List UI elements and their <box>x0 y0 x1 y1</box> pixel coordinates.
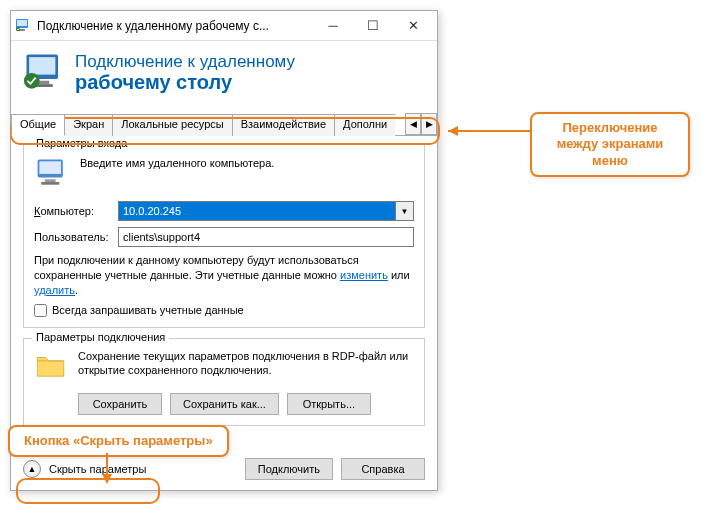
folder-icon <box>34 349 68 385</box>
annotation-hide-label: Кнопка «Скрыть параметры» <box>8 425 229 457</box>
collapse-options-button[interactable]: ▲ <box>23 460 41 478</box>
svg-rect-12 <box>41 182 59 185</box>
rdp-window: Подключение к удаленному рабочему с... ─… <box>10 10 438 491</box>
dialog-header: Подключение к удаленному рабочему столу <box>11 41 437 113</box>
connect-button[interactable]: Подключить <box>245 458 333 480</box>
tab-scroll-left-button[interactable]: ◀ <box>405 113 421 135</box>
annotation-tabs-label: Переключение между экранами меню <box>530 112 690 177</box>
user-label: Пользователь: <box>34 231 118 243</box>
login-prompt: Введите имя удаленного компьютера. <box>80 155 274 193</box>
save-as-button[interactable]: Сохранить как... <box>170 393 279 415</box>
open-button[interactable]: Открыть... <box>287 393 371 415</box>
window-title: Подключение к удаленному рабочему с... <box>37 19 313 33</box>
computer-icon <box>34 155 70 193</box>
titlebar[interactable]: Подключение к удаленному рабочему с... ─… <box>11 11 437 41</box>
svg-rect-1 <box>17 20 27 26</box>
svg-marker-14 <box>448 126 458 136</box>
login-groupbox: Параметры входа Введите имя удаленного к… <box>23 144 425 328</box>
tab-local-resources[interactable]: Локальные ресурсы <box>112 114 232 136</box>
svg-rect-5 <box>29 57 55 75</box>
computer-label: Компьютер: <box>34 205 118 217</box>
annotation-arrow-tabs <box>438 119 538 149</box>
rdp-logo-icon <box>23 51 65 95</box>
computer-input[interactable] <box>118 201 396 221</box>
save-button[interactable]: Сохранить <box>78 393 162 415</box>
header-line2: рабочему столу <box>75 71 295 93</box>
tab-general[interactable]: Общие <box>11 114 65 136</box>
hide-options-link[interactable]: Скрыть параметры <box>49 463 146 475</box>
tabstrip: Общие Экран Локальные ресурсы Взаимодейс… <box>11 113 437 136</box>
always-ask-checkbox[interactable] <box>34 304 47 317</box>
help-button[interactable]: Справка <box>341 458 425 480</box>
connection-groupbox: Параметры подключения Сохранение текущих… <box>23 338 425 426</box>
tab-advanced[interactable]: Дополни <box>334 114 395 136</box>
header-line1: Подключение к удаленному <box>75 53 295 72</box>
maximize-button[interactable]: ☐ <box>353 13 393 39</box>
always-ask-label: Всегда запрашивать учетные данные <box>52 304 244 316</box>
login-group-title: Параметры входа <box>32 137 131 149</box>
svg-rect-10 <box>39 161 61 174</box>
connection-text: Сохранение текущих параметров подключени… <box>78 349 414 385</box>
app-icon <box>15 17 37 35</box>
svg-point-8 <box>24 73 40 89</box>
credentials-info: При подключении к данному компьютеру буд… <box>34 253 414 298</box>
tab-scroll-right-button[interactable]: ▶ <box>421 113 437 135</box>
tab-experience[interactable]: Взаимодействие <box>232 114 335 136</box>
edit-credentials-link[interactable]: изменить <box>340 269 388 281</box>
connection-group-title: Параметры подключения <box>32 331 169 343</box>
close-button[interactable]: ✕ <box>393 13 433 39</box>
delete-credentials-link[interactable]: удалить <box>34 284 75 296</box>
minimize-button[interactable]: ─ <box>313 13 353 39</box>
tab-display[interactable]: Экран <box>64 114 113 136</box>
svg-rect-11 <box>45 179 56 182</box>
user-input[interactable] <box>118 227 414 247</box>
computer-dropdown-button[interactable]: ▼ <box>396 201 414 221</box>
